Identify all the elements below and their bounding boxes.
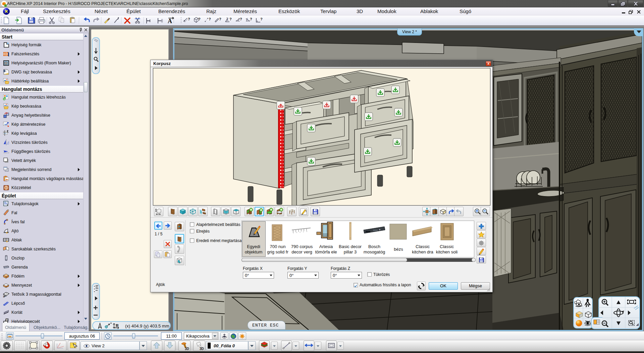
svg-text:?: ? xyxy=(219,17,221,21)
svg-text:Σ: Σ xyxy=(226,17,228,20)
svg-text:3D: 3D xyxy=(200,347,204,351)
svg-text:A: A xyxy=(168,18,172,24)
svg-text:3P: 3P xyxy=(3,295,6,298)
svg-text:?: ? xyxy=(188,17,190,21)
svg-text:1: 1 xyxy=(7,319,8,321)
svg-text:?: ? xyxy=(229,17,232,21)
svg-text:?: ? xyxy=(240,17,242,21)
svg-text:?: ? xyxy=(198,17,201,21)
svg-text:?: ? xyxy=(260,17,263,21)
svg-text:?: ? xyxy=(209,17,211,21)
svg-text:α: α xyxy=(246,17,248,20)
svg-text:3D: 3D xyxy=(185,347,189,351)
svg-text:?: ? xyxy=(250,17,252,21)
